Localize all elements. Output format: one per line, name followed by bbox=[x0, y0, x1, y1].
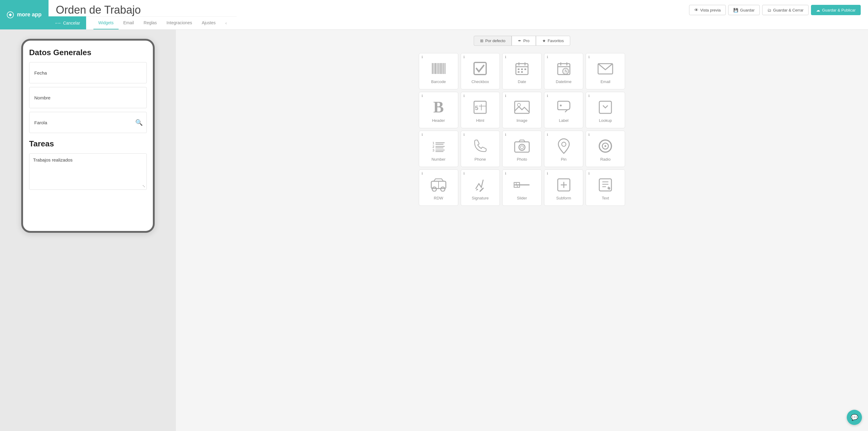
widget-image[interactable]: ℹ Image bbox=[502, 92, 542, 128]
image-icon bbox=[514, 99, 530, 116]
chat-button[interactable]: 💬 bbox=[847, 410, 862, 425]
svg-rect-5 bbox=[438, 63, 439, 74]
widget-photo[interactable]: ℹ Photo bbox=[502, 131, 542, 167]
svg-point-54 bbox=[432, 187, 436, 191]
info-icon-barcode[interactable]: ℹ bbox=[422, 55, 423, 59]
tab-ajustes[interactable]: Ajustes bbox=[197, 17, 220, 29]
widget-label-label: Label bbox=[559, 118, 569, 123]
checkbox-icon bbox=[473, 60, 487, 77]
widget-header[interactable]: ℹ B Header bbox=[419, 92, 458, 128]
label-icon bbox=[557, 99, 571, 116]
field-nombre[interactable]: Nombre bbox=[29, 87, 147, 108]
widget-text-label: Text bbox=[602, 196, 609, 200]
info-icon-slider[interactable]: ℹ bbox=[505, 171, 506, 175]
widget-date[interactable]: ℹ Date bbox=[502, 53, 542, 90]
field-fecha[interactable]: Fecha bbox=[29, 62, 147, 84]
filter-pro[interactable]: ✒ Pro bbox=[512, 36, 536, 46]
info-icon-radio[interactable]: ℹ bbox=[588, 133, 590, 137]
widget-rdw[interactable]: ℹ RDW bbox=[419, 169, 458, 206]
widget-html[interactable]: ℹ 5 Html bbox=[461, 92, 500, 128]
phone-preview-area: Datos Generales Fecha Nombre Farola 🔍 Ta… bbox=[0, 30, 176, 431]
svg-rect-3 bbox=[435, 63, 436, 74]
field-trabajos[interactable]: Trabajos realizados ⤡ bbox=[29, 153, 147, 190]
info-icon-image[interactable]: ℹ bbox=[505, 94, 506, 98]
widget-slider[interactable]: ℹ Slider bbox=[502, 169, 542, 206]
header-icon: B bbox=[433, 99, 444, 116]
widget-datetime[interactable]: ℹ Datetime bbox=[544, 53, 584, 90]
info-icon-lookup[interactable]: ℹ bbox=[588, 94, 590, 98]
widget-radio[interactable]: ℹ Radio bbox=[586, 131, 625, 167]
svg-rect-8 bbox=[442, 63, 443, 74]
info-icon-signature[interactable]: ℹ bbox=[463, 171, 465, 175]
svg-point-52 bbox=[604, 145, 606, 147]
tab-integraciones[interactable]: Integraciones bbox=[162, 17, 197, 29]
info-icon-pin[interactable]: ℹ bbox=[547, 133, 548, 137]
preview-button[interactable]: 👁 Vista previa bbox=[689, 5, 726, 15]
svg-rect-16 bbox=[518, 68, 520, 70]
widget-barcode[interactable]: ℹ Barcode bbox=[419, 53, 458, 90]
section-title-tareas: Tareas bbox=[29, 139, 147, 148]
chat-icon: 💬 bbox=[851, 414, 858, 421]
svg-text:5: 5 bbox=[475, 105, 478, 111]
info-icon-header[interactable]: ℹ bbox=[422, 94, 423, 98]
widget-slider-label: Slider bbox=[517, 196, 527, 200]
info-icon-label[interactable]: ℹ bbox=[547, 94, 548, 98]
widget-text[interactable]: ℹ Text bbox=[586, 169, 625, 206]
filter-favoritos[interactable]: ★ Favoritos bbox=[536, 36, 570, 46]
tab-email[interactable]: Email bbox=[119, 17, 139, 29]
widget-rdw-label: RDW bbox=[434, 196, 443, 200]
widget-lookup-label: Lookup bbox=[599, 118, 612, 123]
field-farola[interactable]: Farola 🔍 bbox=[29, 112, 147, 133]
widgets-panel: ⊞ Por defecto ✒ Pro ★ Favoritos ℹ Barcod… bbox=[176, 30, 868, 431]
collapse-nav-button[interactable]: ‹ bbox=[223, 18, 229, 28]
widget-label[interactable]: ℹ Label bbox=[544, 92, 584, 128]
info-icon-rdw[interactable]: ℹ bbox=[422, 171, 423, 175]
widget-subform[interactable]: ℹ Subform bbox=[544, 169, 584, 206]
save-button[interactable]: 💾 Guardar bbox=[728, 5, 760, 15]
cancel-button[interactable]: ← ← Cancelar bbox=[49, 16, 86, 29]
filter-default[interactable]: ⊞ Por defecto bbox=[474, 36, 512, 46]
widget-datetime-label: Datetime bbox=[556, 79, 572, 84]
widget-lookup[interactable]: ℹ Lookup bbox=[586, 92, 625, 128]
info-icon-photo[interactable]: ℹ bbox=[505, 133, 506, 137]
field-farola-label: Farola bbox=[34, 120, 47, 125]
svg-rect-2 bbox=[433, 63, 434, 74]
tab-reglas[interactable]: Reglas bbox=[139, 17, 162, 29]
widget-checkbox[interactable]: ℹ Checkbox bbox=[461, 53, 500, 90]
section-tareas: Tareas Trabajos realizados ⤡ bbox=[29, 139, 147, 190]
info-icon-checkbox[interactable]: ℹ bbox=[463, 55, 465, 59]
tab-widgets[interactable]: Widgets bbox=[93, 17, 119, 29]
svg-point-35 bbox=[560, 105, 562, 106]
save-close-button[interactable]: 🗂 Guardar & Cerrar bbox=[762, 5, 809, 15]
widget-phone-label: Phone bbox=[475, 157, 486, 162]
svg-rect-4 bbox=[436, 63, 437, 74]
info-icon-datetime[interactable]: ℹ bbox=[547, 55, 548, 59]
info-icon-phone[interactable]: ℹ bbox=[463, 133, 465, 137]
pin-icon bbox=[558, 138, 570, 155]
svg-text:3: 3 bbox=[432, 148, 434, 152]
save-publish-button[interactable]: ☁ Guardar & Publicar bbox=[811, 5, 861, 15]
phone-icon bbox=[473, 138, 487, 155]
widget-number[interactable]: ℹ 1 2 3 Number bbox=[419, 131, 458, 167]
info-icon-date[interactable]: ℹ bbox=[505, 55, 506, 59]
info-icon-subform[interactable]: ℹ bbox=[547, 171, 548, 175]
signature-icon bbox=[473, 176, 487, 193]
grid-icon: ⊞ bbox=[480, 38, 484, 43]
info-icon-email[interactable]: ℹ bbox=[588, 55, 590, 59]
svg-rect-17 bbox=[521, 68, 523, 70]
title-actions-row: Orden de Trabajo 👁 Vista previa 💾 Guarda… bbox=[49, 0, 868, 16]
svg-text:2: 2 bbox=[432, 145, 434, 148]
info-icon-html[interactable]: ℹ bbox=[463, 94, 465, 98]
subform-icon bbox=[557, 176, 571, 193]
tab-nav: Widgets Email Reglas Integraciones Ajust… bbox=[86, 16, 237, 29]
widget-signature[interactable]: ℹ Signature bbox=[461, 169, 500, 206]
main-layout: Datos Generales Fecha Nombre Farola 🔍 Ta… bbox=[0, 30, 868, 431]
widget-barcode-label: Barcode bbox=[431, 79, 446, 84]
svg-rect-6 bbox=[439, 63, 440, 74]
info-icon-number[interactable]: ℹ bbox=[422, 133, 423, 137]
widget-email[interactable]: ℹ Email bbox=[586, 53, 625, 90]
widget-pin[interactable]: ℹ Pin bbox=[544, 131, 584, 167]
svg-rect-10 bbox=[445, 63, 445, 74]
info-icon-text[interactable]: ℹ bbox=[588, 171, 590, 175]
widget-phone[interactable]: ℹ Phone bbox=[461, 131, 500, 167]
